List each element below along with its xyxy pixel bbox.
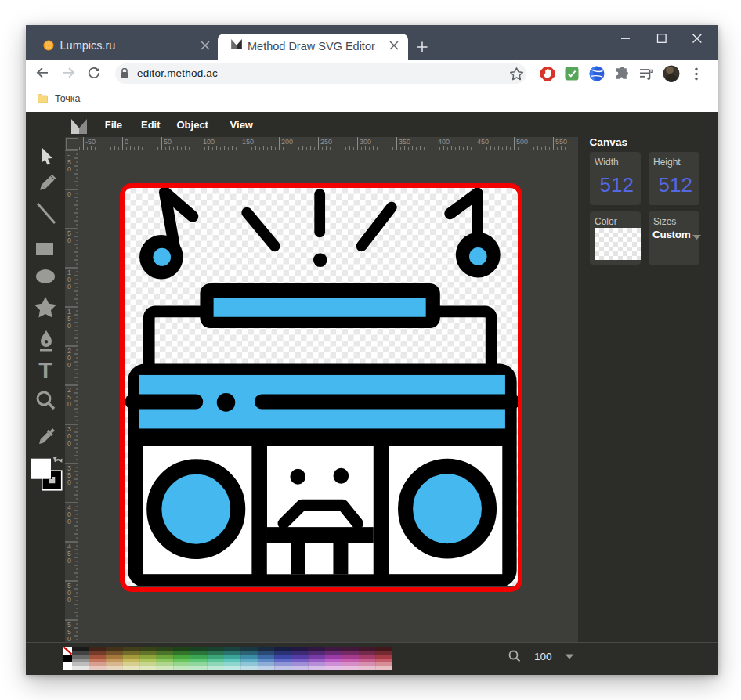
svg-text:0: 0 bbox=[67, 478, 71, 486]
svg-text:500: 500 bbox=[516, 138, 528, 146]
svg-text:0: 0 bbox=[67, 557, 71, 565]
svg-text:350: 350 bbox=[399, 138, 410, 146]
svg-text:0: 0 bbox=[67, 596, 71, 604]
svg-text:300: 300 bbox=[360, 138, 371, 146]
svg-text:0: 0 bbox=[67, 361, 71, 369]
svg-text:0: 0 bbox=[67, 400, 71, 408]
svg-text:0: 0 bbox=[67, 236, 71, 244]
svg-text:400: 400 bbox=[438, 138, 450, 146]
svg-text:200: 200 bbox=[281, 138, 293, 146]
svg-text:50: 50 bbox=[164, 138, 172, 146]
svg-text:0: 0 bbox=[67, 322, 71, 330]
svg-text:0: 0 bbox=[67, 283, 71, 290]
svg-text:550: 550 bbox=[555, 138, 567, 146]
svg-text:0: 0 bbox=[67, 635, 71, 642]
svg-text:450: 450 bbox=[477, 138, 489, 146]
svg-text:0: 0 bbox=[125, 138, 128, 146]
svg-text:150: 150 bbox=[242, 138, 254, 146]
svg-text:0: 0 bbox=[67, 518, 71, 525]
svg-text:-50: -50 bbox=[85, 138, 96, 146]
svg-text:0: 0 bbox=[67, 165, 71, 173]
svg-text:250: 250 bbox=[320, 138, 332, 146]
svg-text:100: 100 bbox=[203, 138, 215, 146]
svg-text:0: 0 bbox=[67, 190, 71, 198]
svg-text:0: 0 bbox=[67, 439, 71, 447]
svg-text:T: T bbox=[38, 358, 52, 383]
